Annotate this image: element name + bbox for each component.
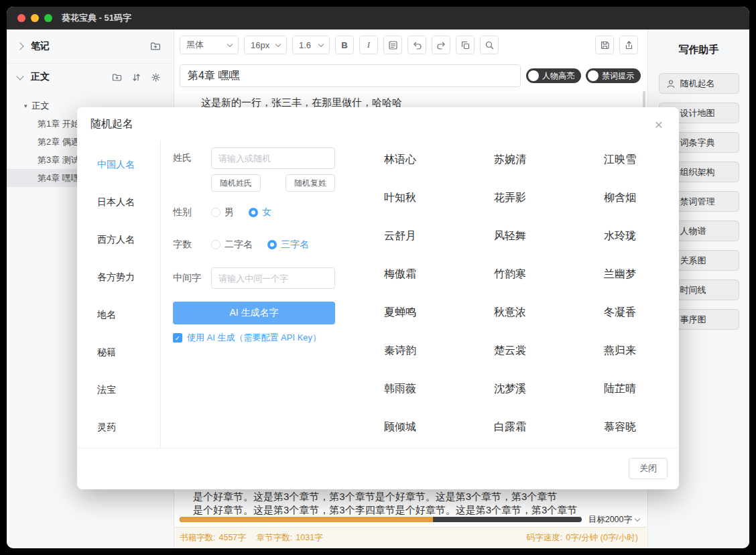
share-icon (624, 40, 634, 50)
middle-char-input[interactable] (211, 267, 335, 289)
notes-label: 笔记 (31, 40, 148, 52)
tool-label: 组织架构 (680, 166, 715, 178)
tool-label: 随机起名 (680, 78, 715, 90)
close-dialog-button[interactable]: 关闭 (629, 458, 668, 479)
name-item[interactable]: 花弄影 (494, 191, 526, 205)
folder-plus-icon (150, 41, 161, 52)
radio-label: 二字名 (225, 239, 253, 251)
font-family-value: 黑体 (186, 39, 204, 51)
category-tabs: 中国人名 日本人名 西方人名 各方势力 地名 秘籍 法宝 灵药 (77, 141, 161, 448)
sort-icon (131, 72, 141, 82)
assistant-title: 写作助手 (648, 44, 749, 56)
tab-factions[interactable]: 各方势力 (77, 259, 160, 296)
name-item[interactable]: 江映雪 (604, 153, 636, 167)
gender-male-radio[interactable]: 男 (211, 206, 234, 219)
close-icon[interactable]: × (652, 116, 666, 133)
search-button[interactable] (480, 36, 499, 54)
name-item[interactable]: 陆芷晴 (604, 382, 636, 396)
name-item[interactable]: 慕容晓 (604, 420, 636, 434)
name-item[interactable]: 秦诗韵 (384, 344, 416, 358)
name-item[interactable]: 夏蝉鸣 (384, 306, 416, 320)
copy-button[interactable] (456, 36, 475, 54)
tool-label: 人物谱 (680, 225, 706, 237)
char-count-label: 字数 (173, 239, 211, 251)
progress-fill (180, 517, 433, 522)
toggle-knob (588, 70, 598, 81)
name-item[interactable]: 沈梦溪 (494, 382, 526, 396)
undo-button[interactable] (407, 36, 426, 54)
name-item[interactable]: 林语心 (384, 153, 416, 167)
window-title: 葵花宝典 - 51码字 (62, 12, 131, 24)
notes-header[interactable]: 笔记 (7, 29, 174, 64)
tool-random-name[interactable]: 随机起名 (659, 73, 739, 94)
minimize-window-button[interactable] (31, 14, 39, 22)
redo-icon (436, 40, 446, 50)
name-item[interactable]: 苏婉清 (494, 153, 526, 167)
name-item[interactable]: 楚云裳 (494, 344, 526, 358)
name-item[interactable]: 韩雨薇 (384, 382, 416, 396)
font-size-select[interactable]: 16px (244, 36, 287, 54)
dialog-header: 随机起名 × (77, 107, 679, 141)
settings-button[interactable] (148, 70, 163, 84)
italic-button[interactable]: I (359, 36, 378, 54)
random-compound-surname-button[interactable]: 随机复姓 (286, 174, 335, 192)
tab-places[interactable]: 地名 (77, 296, 160, 334)
chapter-count-label: 章节字数: (257, 532, 292, 544)
new-folder-button[interactable] (148, 39, 163, 54)
tab-western-names[interactable]: 西方人名 (77, 221, 160, 259)
redo-button[interactable] (432, 36, 450, 54)
chevron-down-icon (227, 41, 233, 46)
name-item[interactable]: 燕归来 (604, 344, 636, 358)
three-char-radio[interactable]: 三字名 (267, 239, 309, 251)
chapter-title-input[interactable] (180, 64, 521, 87)
close-window-button[interactable] (17, 14, 25, 22)
bold-button[interactable]: B (335, 36, 354, 54)
add-chapter-button[interactable] (109, 70, 124, 84)
tab-japanese-names[interactable]: 日本人名 (77, 184, 160, 221)
tab-treasures[interactable]: 法宝 (77, 371, 160, 409)
dialog-footer: 关闭 (77, 448, 679, 489)
tool-label: 时间线 (680, 284, 706, 296)
tab-elixirs[interactable]: 灵药 (77, 409, 160, 446)
copy-icon (460, 40, 470, 50)
two-char-radio[interactable]: 二字名 (211, 239, 253, 251)
radio-icon (211, 208, 220, 217)
undo-icon (412, 40, 422, 50)
line-height-select[interactable]: 1.6 (292, 36, 330, 54)
paragraph-button[interactable] (383, 36, 402, 54)
gender-female-radio[interactable]: 女 (249, 206, 271, 219)
name-item[interactable]: 冬凝香 (604, 306, 636, 320)
surname-input[interactable] (211, 147, 335, 169)
chapter-title-row: 人物高亮 禁词提示 (174, 60, 647, 91)
tab-secret-manuals[interactable]: 秘籍 (77, 334, 160, 371)
zoom-window-button[interactable] (44, 14, 52, 22)
sort-button[interactable] (129, 70, 143, 84)
ai-checkbox-row[interactable]: ✓ 使用 AI 生成（需要配置 API Key） (173, 332, 335, 344)
random-surname-button[interactable]: 随机姓氏 (211, 174, 261, 192)
name-item[interactable]: 叶知秋 (384, 191, 416, 205)
name-item[interactable]: 竹韵寒 (494, 267, 526, 282)
name-item[interactable]: 顾倾城 (384, 420, 416, 434)
forbidden-words-toggle[interactable]: 禁词提示 (586, 68, 641, 83)
checkbox-checked-icon[interactable]: ✓ (173, 333, 182, 343)
name-item[interactable]: 柳含烟 (604, 191, 636, 205)
surname-label: 姓氏 (173, 152, 211, 164)
save-icon (600, 40, 610, 50)
font-family-select[interactable]: 黑体 (180, 36, 239, 54)
name-item[interactable]: 秋意浓 (494, 306, 526, 320)
save-button[interactable] (595, 36, 614, 54)
export-button[interactable] (619, 36, 638, 54)
name-item[interactable]: 白露霜 (494, 420, 526, 434)
name-item[interactable]: 梅傲霜 (384, 267, 416, 282)
ai-generate-button[interactable]: AI 生成名字 (173, 302, 335, 324)
chevron-down-icon (635, 515, 640, 521)
name-item[interactable]: 风轻舞 (494, 229, 526, 243)
chevron-down-icon (275, 41, 281, 46)
section-header[interactable]: 正文 (7, 64, 174, 90)
character-highlight-toggle[interactable]: 人物高亮 (526, 68, 581, 83)
name-item[interactable]: 水玲珑 (604, 229, 636, 243)
tab-chinese-names[interactable]: 中国人名 (77, 146, 160, 184)
name-item[interactable]: 云舒月 (384, 229, 416, 243)
name-item[interactable]: 兰幽梦 (604, 267, 636, 282)
goal-selector[interactable]: 目标2000字 (588, 514, 639, 526)
